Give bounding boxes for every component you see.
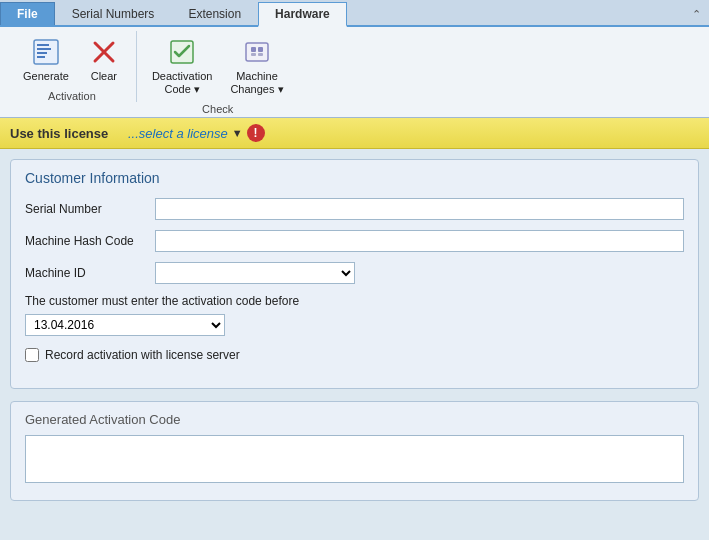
check-group-label: Check [202,103,233,115]
svg-rect-11 [251,53,256,56]
serial-number-row: Serial Number [25,198,684,220]
svg-rect-1 [37,44,49,46]
svg-rect-3 [37,52,47,54]
customer-info-panel: Customer Information Serial Number Machi… [10,159,699,389]
machine-hash-row: Machine Hash Code [25,230,684,252]
machine-changes-icon [241,36,273,68]
tab-extension[interactable]: Extension [171,2,258,25]
generated-code-title: Generated Activation Code [25,412,684,427]
date-select[interactable]: 13.04.2016 [25,314,225,336]
machine-changes-label: MachineChanges ▾ [230,70,283,96]
generate-label: Generate [23,70,69,83]
deactivation-code-button[interactable]: DeactivationCode ▾ [145,31,220,101]
window-controls: ⌃ [684,4,709,25]
license-alert-icon: ! [247,124,265,142]
clear-label: Clear [91,70,117,83]
activation-group-label: Activation [48,90,96,102]
license-bar: Use this license ...select a license ▼ ! [0,118,709,149]
generate-icon [30,36,62,68]
machine-hash-input[interactable] [155,230,684,252]
deactivation-label: DeactivationCode ▾ [152,70,213,96]
svg-rect-8 [246,43,268,61]
ribbon-group-check: DeactivationCode ▾ MachineChanges ▾ Chec… [137,31,299,115]
customer-info-title: Customer Information [25,170,684,186]
ribbon: Generate Clear Activation [0,27,709,118]
generated-code-panel: Generated Activation Code [10,401,699,501]
deactivation-icon [166,36,198,68]
machine-id-label: Machine ID [25,266,155,280]
tab-bar: File Serial Numbers Extension Hardware ⌃ [0,0,709,27]
machine-hash-label: Machine Hash Code [25,234,155,248]
main-content: Customer Information Serial Number Machi… [0,149,709,540]
license-select-area: ...select a license ▼ ! [128,124,699,142]
clear-button[interactable]: Clear [80,31,128,88]
tab-hardware[interactable]: Hardware [258,2,347,27]
clear-icon [88,36,120,68]
svg-rect-2 [37,48,51,50]
serial-number-input[interactable] [155,198,684,220]
date-section: The customer must enter the activation c… [25,294,684,336]
svg-rect-12 [258,53,263,56]
record-activation-row: Record activation with license server [25,348,684,362]
tab-serial-numbers[interactable]: Serial Numbers [55,2,172,25]
svg-rect-10 [258,47,263,52]
use-this-license-label: Use this license [10,126,120,141]
ribbon-group-activation: Generate Clear Activation [8,31,137,102]
svg-rect-4 [37,56,45,58]
machine-changes-button[interactable]: MachineChanges ▾ [223,31,290,101]
record-activation-label: Record activation with license server [45,348,240,362]
record-activation-checkbox[interactable] [25,348,39,362]
generated-code-textarea[interactable] [25,435,684,483]
date-prompt-label: The customer must enter the activation c… [25,294,684,308]
svg-rect-9 [251,47,256,52]
license-placeholder: ...select a license [128,126,228,141]
license-dropdown[interactable]: ...select a license ▼ [128,126,243,141]
machine-id-select[interactable] [155,262,355,284]
generate-button[interactable]: Generate [16,31,76,88]
serial-number-label: Serial Number [25,202,155,216]
tab-file[interactable]: File [0,2,55,25]
machine-id-row: Machine ID [25,262,684,284]
license-dropdown-arrow: ▼ [232,127,243,139]
